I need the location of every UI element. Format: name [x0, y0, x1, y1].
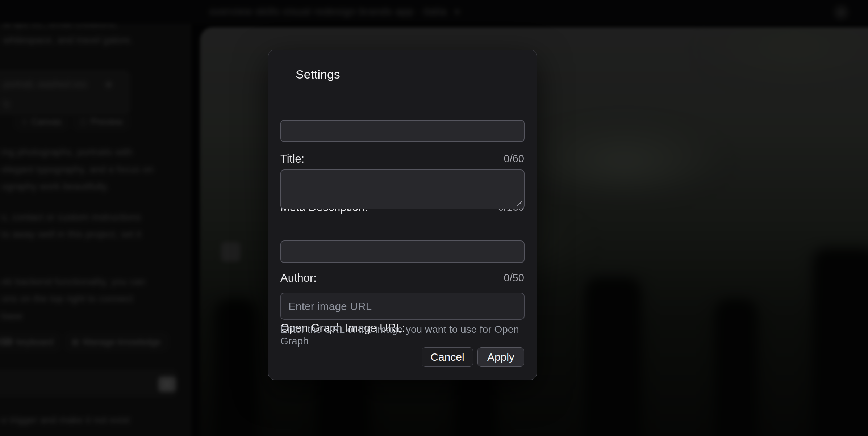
apply-button[interactable]: Apply [477, 347, 524, 367]
title-field-label: Title: [280, 152, 304, 165]
apply-button-label: Apply [487, 351, 514, 363]
meta-description-textarea[interactable] [280, 169, 525, 209]
divider [281, 88, 524, 88]
og-image-helper-text: Enter the URL of the image you want to u… [280, 324, 537, 347]
title-input[interactable] [280, 120, 525, 142]
modal-title: Settings [296, 67, 340, 81]
author-input[interactable] [280, 240, 525, 263]
og-image-url-input[interactable] [280, 293, 525, 320]
author-field-label: Author: [280, 272, 317, 285]
author-char-counter: 0/50 [504, 272, 524, 284]
settings-modal: Settings Title: 0/60 Meta Description: 0… [268, 50, 537, 380]
cancel-button[interactable]: Cancel [422, 347, 473, 367]
cancel-button-label: Cancel [430, 351, 464, 363]
title-char-counter: 0/60 [504, 153, 524, 165]
